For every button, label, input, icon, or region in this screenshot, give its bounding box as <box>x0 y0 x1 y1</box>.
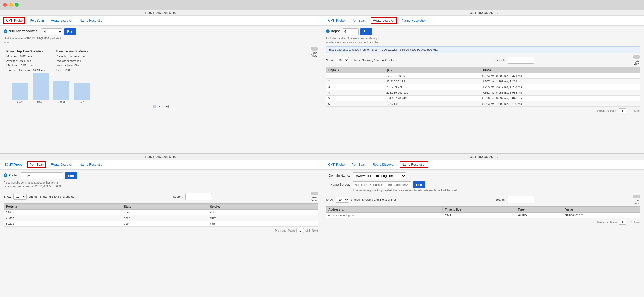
cell-hops: 1 <box>326 73 384 79</box>
tab-icmp-probe-tl[interactable]: ICMP Probe <box>3 17 25 24</box>
domain-select[interactable]: www.wocu-monitoring.com <box>353 172 406 179</box>
toggle-switch-br[interactable] <box>633 195 640 198</box>
tab-icmp-probe-tr[interactable]: ICMP Probe <box>325 18 347 23</box>
show-select-br[interactable]: 102550 <box>336 197 349 203</box>
cell-address: wocu-monitoring.com. <box>326 212 443 218</box>
show-select-bl[interactable]: 102550 <box>13 194 27 200</box>
col-type: Type <box>516 206 563 212</box>
maximize-button[interactable] <box>15 3 19 7</box>
chart-legend-label: Time (ms) <box>157 105 169 108</box>
search-label-tr: Search: <box>495 58 505 62</box>
show-select-tr[interactable]: 102550 <box>336 57 349 63</box>
panel-content-top-left: i Number of packets: 4816 Run Limit the … <box>0 26 322 153</box>
cell-ip: 172.16.100.50 <box>384 73 480 79</box>
col-hops[interactable]: Hops ▲ <box>326 67 384 73</box>
tab-port-scan-bl[interactable]: Port Scan <box>27 161 46 168</box>
cell-ip: 104.21.92.7 <box>384 101 480 107</box>
raw-view-toggle-tr[interactable]: RawView <box>633 55 640 65</box>
panel-title-bottom-right: HOST DIAGNOSTIC <box>322 154 644 160</box>
raw-view-toggle-br[interactable]: RawView <box>633 195 640 205</box>
info-icon-packets: i <box>4 29 7 33</box>
toggle-switch-tr[interactable] <box>633 55 640 59</box>
cell-times: 1.267 ms, 1.289 ms, 1.281 ms <box>480 79 640 84</box>
bar-1-rect <box>12 83 28 100</box>
col-ip[interactable]: Ip ▲ <box>384 67 480 73</box>
prev-page-bl[interactable]: Previous <box>275 229 287 232</box>
rtt-stats: Round Trip Time Statistics Minimum: 0.02… <box>6 50 45 73</box>
cell-service: smtp <box>208 215 318 221</box>
tab-name-resolution-tl[interactable]: Name Resolution <box>78 18 106 23</box>
cell-times: 7.861 ms, 6.958 ms, 6.983 ms <box>480 90 640 96</box>
page-label-br: Page <box>610 221 617 224</box>
prev-page-tr[interactable]: Previous <box>597 109 609 112</box>
next-page-bl[interactable]: Next <box>312 229 318 232</box>
table-row: 6104.21.92.78.663 ms, 7.906 ms, 9.100 ms <box>326 101 640 107</box>
tab-route-discover-tl[interactable]: Route Discover <box>49 18 75 23</box>
next-page-br[interactable]: Next <box>634 221 640 224</box>
tab-port-scan-tl[interactable]: Port Scan <box>28 18 46 23</box>
run-button-br[interactable]: Run <box>413 181 425 188</box>
table-row: 80/tcpopenhttp <box>4 221 318 226</box>
tab-icmp-probe-br[interactable]: ICMP Probe <box>325 162 347 168</box>
table-controls-bl: Show 102550 entries Showing 1 to 3 of 3 … <box>4 192 318 202</box>
cell-value: "RFC8482" "" <box>563 212 640 218</box>
page-input-tr[interactable] <box>619 108 626 113</box>
page-input-bl[interactable] <box>296 228 304 233</box>
nameserver-input[interactable] <box>353 181 411 188</box>
prev-page-br[interactable]: Previous <box>597 221 609 224</box>
sort-hops-icon: ▲ <box>337 69 340 72</box>
table-row: 5194.68.128.2468.826 ms, 8.832 ms, 8.843… <box>326 96 640 101</box>
next-page-tr[interactable]: Next <box>634 109 640 112</box>
run-button-tl[interactable]: Run <box>64 28 76 35</box>
cell-ip: 213.239.224.133 <box>384 84 480 90</box>
pagination-tr: Previous Page of 1 Next <box>326 108 640 113</box>
col-state: State <box>122 203 208 209</box>
ports-input[interactable] <box>21 172 63 179</box>
bar-2-label: 0.071 <box>37 101 44 104</box>
tab-port-scan-tr[interactable]: Port Scan <box>350 18 368 23</box>
close-button[interactable] <box>3 3 7 7</box>
nameserver-label: Name Server: <box>326 181 350 187</box>
raw-view-toggle-bl[interactable]: RawView <box>311 192 318 202</box>
cell-port: 25/tcp <box>4 215 122 221</box>
chart-legend: Time (ms) <box>4 105 318 108</box>
table-row: 22/tcpopenssh <box>4 209 318 215</box>
tab-name-resolution-tr[interactable]: Name Resolution <box>400 18 428 23</box>
chart-bars: 0.023 0.071 0.030 0.023 <box>4 77 318 104</box>
tab-route-discover-tr[interactable]: Route Discover <box>371 17 397 24</box>
showing-tr: Showing 1 to 6 of 6 entries <box>362 58 397 62</box>
col-times: Times <box>480 67 640 73</box>
of-label-bl: of 1 <box>305 229 310 232</box>
col-ports[interactable]: Ports ▲ <box>4 203 122 209</box>
search-input-bl[interactable] <box>185 193 212 200</box>
raw-view-toggle-tl[interactable]: RawView <box>311 47 318 75</box>
packets-select[interactable]: 4816 <box>41 28 62 35</box>
packets-hint: Limit the number of ECHO_REQUEST packets… <box>4 37 62 44</box>
tabs-top-left: ICMP Probe Port Scan Route Discover Name… <box>0 16 322 26</box>
col-address[interactable]: Address ▲ <box>326 206 443 212</box>
ports-label: i Ports: <box>4 172 18 177</box>
cell-ip: 95.216.36.193 <box>384 79 480 84</box>
minimize-button[interactable] <box>9 3 13 7</box>
search-input-br[interactable] <box>508 196 534 203</box>
cell-port: 22/tcp <box>4 209 122 215</box>
search-input-tr[interactable] <box>508 57 534 64</box>
tab-icmp-probe-bl[interactable]: ICMP Probe <box>3 162 24 168</box>
hops-input[interactable] <box>343 28 359 35</box>
raw-view-label-tr: RawView <box>634 59 639 65</box>
tab-name-resolution-bl[interactable]: Name Resolution <box>78 162 106 168</box>
toggle-switch-bl[interactable] <box>311 192 318 195</box>
of-label-br: of 1 <box>628 221 633 224</box>
tab-name-resolution-br[interactable]: Name Resolution <box>400 161 428 168</box>
hops-label: i Hops: <box>326 28 340 33</box>
tab-route-discover-br[interactable]: Route Discover <box>371 162 396 168</box>
page-input-br[interactable] <box>619 220 626 225</box>
run-button-bl[interactable]: Run <box>65 172 77 179</box>
run-button-tr[interactable]: Run <box>360 28 372 35</box>
tab-port-scan-br[interactable]: Port Scan <box>350 162 368 168</box>
cell-times: 0.273 ms, 0.302 ms, 0.371 ms <box>480 73 640 79</box>
tab-route-discover-bl[interactable]: Route Discover <box>49 162 75 168</box>
toggle-switch-tl[interactable] <box>311 47 318 51</box>
packets-input-area: 4816 Run <box>41 28 76 35</box>
hops-hint: Limit the number of network devices thro… <box>326 37 385 44</box>
